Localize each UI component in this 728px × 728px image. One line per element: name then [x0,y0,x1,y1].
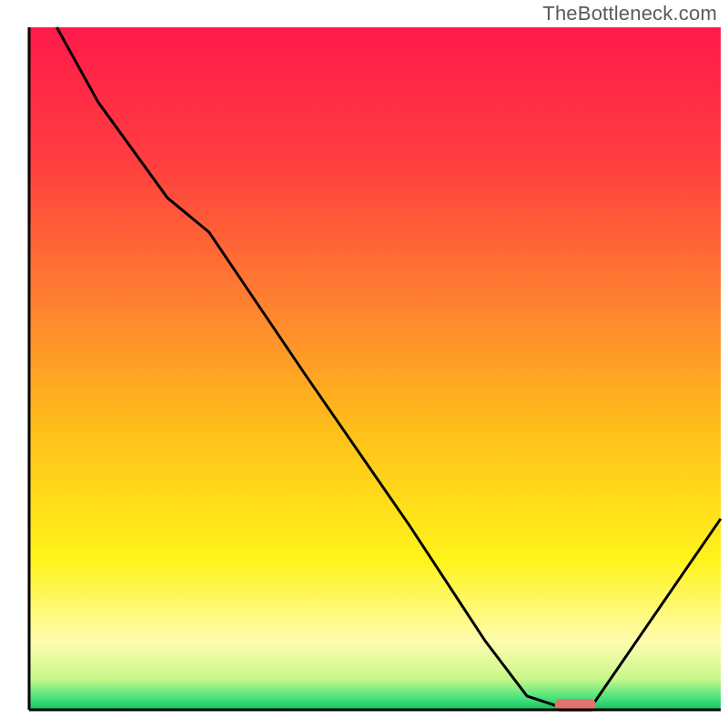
bottleneck-chart [0,0,728,728]
chart-container: TheBottleneck.com [0,0,728,728]
watermark-text: TheBottleneck.com [542,2,717,25]
gradient-background [29,27,721,710]
